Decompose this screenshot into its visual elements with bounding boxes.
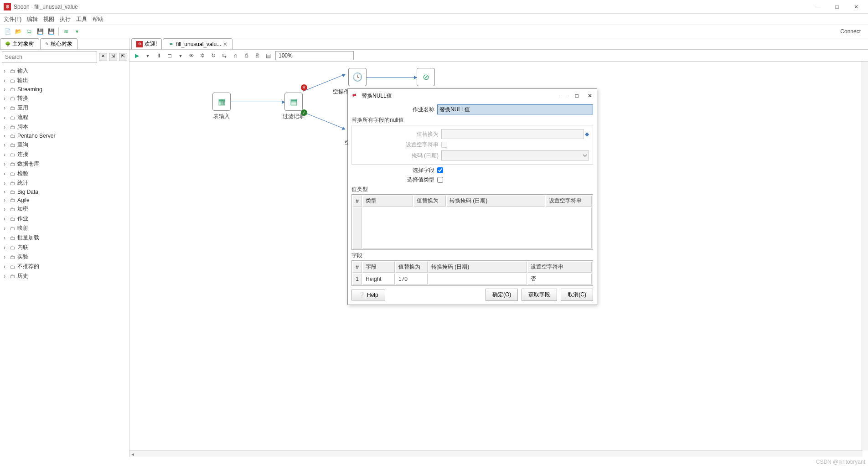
tab-main-objects[interactable]: 🌳主对象树 (0, 38, 39, 49)
connect-button[interactable]: Connect (840, 28, 864, 35)
tree-item[interactable]: ›🗀流程 (4, 113, 125, 122)
ok-button[interactable]: 确定(O) (486, 289, 518, 301)
show-results-icon[interactable]: ▤ (264, 52, 272, 59)
type-table[interactable]: # 类型 值替换为 转换掩码 (日期) 设置空字符串 (351, 194, 593, 250)
tree-item[interactable]: ›🗀不推荐的 (4, 262, 125, 271)
tree-item[interactable]: ›🗀统计 (4, 178, 125, 188)
tree-item[interactable]: ›🗀查询 (4, 140, 125, 150)
menu-run[interactable]: 执行 (60, 16, 71, 23)
menu-help[interactable]: 帮助 (93, 16, 103, 23)
vertical-scrollbar[interactable] (862, 62, 868, 450)
scroll-left-icon[interactable]: ◂ (129, 451, 136, 457)
tree-item-label: 加密 (17, 205, 28, 213)
database-icon[interactable]: ≋ (62, 28, 70, 35)
tree-item[interactable]: ›🗀Big Data (4, 188, 125, 196)
tree-item[interactable]: ›🗀批量加载 (4, 233, 125, 243)
saveas-icon[interactable]: 💾 (47, 28, 55, 35)
run-icon[interactable]: ▶ (133, 52, 140, 59)
watermark: CSDN @kiritobryant (816, 459, 865, 465)
zoom-input[interactable] (275, 51, 354, 60)
tree-item[interactable]: ›🗀脚本 (4, 122, 125, 132)
tree-item[interactable]: ›🗀数据仓库 (4, 159, 125, 169)
replay-icon[interactable]: ↻ (210, 52, 217, 59)
field-header-empty[interactable]: 设置空字符串 (528, 262, 592, 273)
maximize-button[interactable]: □ (832, 4, 842, 10)
minimize-button[interactable]: — (813, 4, 822, 10)
tab-document[interactable]: ⇄fill_unusual_valu... ✕ (163, 38, 232, 49)
tree-item[interactable]: ›🗀Pentaho Server (4, 132, 125, 140)
collapse-button[interactable]: ⇱ (119, 53, 127, 61)
menu-edit[interactable]: 编辑 (27, 16, 38, 23)
get-fields-button[interactable]: 获取字段 (522, 289, 557, 301)
field-header-field[interactable]: 字段 (363, 262, 395, 273)
tree-item[interactable]: ›🗀加密 (4, 204, 125, 214)
node-table-input[interactable]: ▦ 表输入 (194, 93, 249, 120)
explore-icon[interactable]: 🗂 (26, 28, 33, 35)
run-dropdown-icon[interactable]: ▾ (144, 52, 151, 59)
debug-icon[interactable]: ✲ (199, 52, 206, 59)
menu-view[interactable]: 视图 (43, 16, 54, 23)
tree-item-label: 批量加载 (17, 234, 39, 242)
dialog-close-button[interactable]: ✕ (588, 93, 592, 99)
cancel-button[interactable]: 取消(C) (561, 289, 593, 301)
sql-icon[interactable]: ⎙ (243, 52, 250, 59)
field-table[interactable]: # 字段 值替换为 转换掩码 (日期) 设置空字符串 1 Height 170 … (351, 260, 593, 286)
tree-item[interactable]: ›🗀实验 (4, 252, 125, 262)
verify-icon[interactable]: ⇆ (221, 52, 228, 59)
impact-icon[interactable]: ⎌ (232, 52, 239, 59)
dialog-minimize-button[interactable]: — (561, 93, 566, 99)
tab-welcome[interactable]: ⚙欢迎! (131, 38, 162, 49)
help-button[interactable]: ❔Help (351, 290, 385, 300)
tree-item[interactable]: ›🗀作业 (4, 214, 125, 223)
diamond-icon[interactable]: ◆ (585, 131, 589, 137)
tree-item[interactable]: ›🗀内联 (4, 243, 125, 252)
dropdown-icon[interactable]: ▾ (73, 28, 81, 35)
type-header-mask[interactable]: 转换掩码 (日期) (447, 196, 545, 207)
new-icon[interactable]: 📄 (4, 28, 11, 35)
tab-core-objects[interactable]: ✎核心对象 (40, 38, 78, 49)
tree-item-label: 检验 (17, 170, 28, 177)
expand-button[interactable]: ⇲ (109, 53, 117, 61)
tree-item[interactable]: ›🗀Streaming (4, 85, 125, 93)
dialog-maximize-button[interactable]: □ (575, 93, 579, 99)
hop-4[interactable] (367, 77, 417, 78)
tree-item-label: 历史 (17, 272, 28, 280)
stop-icon[interactable]: ◻ (166, 52, 173, 59)
select-type-checkbox[interactable] (437, 177, 443, 183)
type-header-type[interactable]: 类型 (363, 196, 413, 207)
tree-item[interactable]: ›🗀映射 (4, 223, 125, 233)
select-fields-checkbox[interactable] (437, 167, 443, 173)
set-empty-checkbox (441, 142, 447, 148)
close-button[interactable]: ✕ (852, 4, 861, 10)
horizontal-scrollbar[interactable]: ◂ (129, 450, 863, 457)
stop-dropdown-icon[interactable]: ▾ (177, 52, 184, 59)
tree-item[interactable]: ›🗀Agile (4, 196, 125, 204)
save-icon[interactable]: 💾 (36, 28, 44, 35)
preview-icon[interactable]: 👁 (188, 52, 195, 59)
object-tree[interactable]: ›🗀输入›🗀输出›🗀Streaming›🗀转换›🗀应用›🗀流程›🗀脚本›🗀Pen… (0, 64, 129, 283)
menu-tools[interactable]: 工具 (76, 16, 87, 23)
tree-item[interactable]: ›🗀转换 (4, 93, 125, 103)
tree-item[interactable]: ›🗀检验 (4, 169, 125, 178)
tree-item[interactable]: ›🗀输出 (4, 76, 125, 85)
close-tab-icon[interactable]: ✕ (223, 41, 227, 47)
type-header-empty[interactable]: 设置空字符串 (546, 196, 592, 207)
open-icon[interactable]: 📂 (15, 28, 22, 35)
type-header-value[interactable]: 值替换为 (414, 196, 446, 207)
dialog-titlebar[interactable]: ⇄ 替换NULL值 — □ ✕ (348, 89, 597, 103)
filter-icon: ▤ (284, 93, 303, 111)
pause-icon[interactable]: ⏸ (155, 52, 162, 59)
hop-1[interactable] (231, 102, 284, 102)
job-name-input[interactable] (437, 104, 593, 114)
clear-search-button[interactable]: ✕ (99, 53, 107, 61)
field-row-1[interactable]: 1 Height 170 否 (353, 274, 592, 285)
tree-item[interactable]: ›🗀连接 (4, 150, 125, 159)
field-header-mask[interactable]: 转换掩码 (日期) (429, 262, 527, 273)
field-header-value[interactable]: 值替换为 (396, 262, 428, 273)
tree-item[interactable]: ›🗀应用 (4, 103, 125, 113)
tree-item[interactable]: ›🗀输入 (4, 66, 125, 76)
explore-db-icon[interactable]: ⎘ (253, 52, 261, 59)
search-input[interactable] (2, 52, 97, 62)
menu-file[interactable]: 文件(F) (4, 16, 21, 23)
tree-item[interactable]: ›🗀历史 (4, 271, 125, 281)
